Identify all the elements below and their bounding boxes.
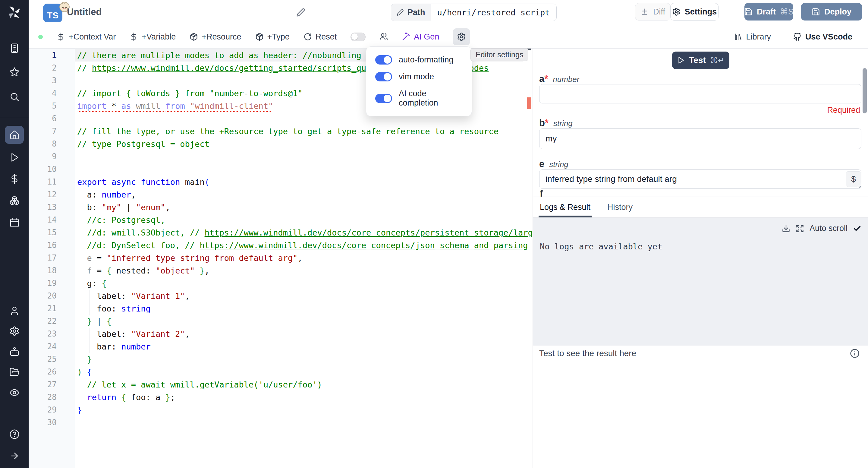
settings-button[interactable]: Settings <box>670 3 718 21</box>
sidebar-item-arrow-right[interactable] <box>0 447 29 465</box>
code-line: 14 //c: Postgresql, <box>29 213 532 226</box>
indent-guide <box>90 290 90 315</box>
arrow-right-icon <box>9 451 20 461</box>
refresh-icon <box>304 33 312 41</box>
line-number: 1 <box>29 51 75 60</box>
folder-open-icon <box>9 367 20 377</box>
setting-row: auto-formatting <box>375 55 463 64</box>
home-icon <box>9 130 20 140</box>
line-number: 11 <box>29 177 75 186</box>
sidebar-item-calendar[interactable] <box>0 213 29 232</box>
logs-empty-message: No logs are available yet <box>540 242 662 251</box>
sidebar-item-folder-open[interactable] <box>0 363 29 381</box>
add-resource-button[interactable]: +Resource <box>190 32 241 41</box>
toggle-switch[interactable] <box>375 55 392 64</box>
field-a-error: Required <box>827 106 860 115</box>
line-number: 28 <box>29 392 75 402</box>
use-vscode-button[interactable]: Use VScode <box>793 32 852 41</box>
line-number: 16 <box>29 241 75 250</box>
collaborators-icon[interactable] <box>379 33 388 41</box>
ai-gen-button[interactable]: AI Gen <box>402 32 439 41</box>
download-logs-icon[interactable] <box>782 224 790 233</box>
field-e-input[interactable] <box>539 170 861 189</box>
dollar-icon <box>9 174 20 184</box>
library-icon <box>734 33 742 41</box>
search-icon <box>9 92 20 102</box>
setting-row: AI code completion <box>375 89 463 108</box>
add-type-button[interactable]: +Type <box>255 32 290 41</box>
field-b-input[interactable] <box>539 128 861 149</box>
draft-button[interactable]: Draft ⌘S <box>744 3 793 21</box>
line-number: 22 <box>29 317 75 326</box>
line-number: 14 <box>29 215 75 224</box>
field-f-label: f <box>540 188 543 197</box>
diff-button[interactable]: Diff <box>635 3 671 21</box>
dollar-icon <box>57 33 65 41</box>
boxes-icon <box>9 196 20 206</box>
editor-toolbar: +Context Var +Variable +Resource +Type R… <box>29 25 868 49</box>
sidebar-item-play[interactable] <box>0 148 29 167</box>
auto-scroll-check-icon[interactable] <box>853 224 861 233</box>
path-field[interactable]: Path u/henri/restored_script <box>391 4 557 21</box>
line-number: 9 <box>29 152 75 161</box>
error-marker[interactable] <box>527 97 531 109</box>
result-panel: Test to see the result here <box>533 346 868 468</box>
code-line: 9 <box>29 150 532 163</box>
expand-logs-icon[interactable] <box>796 224 804 233</box>
sidebar-item-boxes[interactable] <box>0 191 29 210</box>
required-star: * <box>544 74 548 84</box>
windmill-logo-icon[interactable] <box>5 4 23 21</box>
info-icon[interactable] <box>850 349 860 358</box>
tab-history[interactable]: History <box>607 197 632 217</box>
sidebar-nav <box>0 0 29 468</box>
line-number: 5 <box>29 101 75 110</box>
sidebar-item-search[interactable] <box>0 87 29 106</box>
script-title: Untitled <box>67 7 101 18</box>
insert-variable-button[interactable]: $ <box>846 171 861 187</box>
sidebar-item-user[interactable] <box>0 301 29 320</box>
editor-settings-tooltip: Editor settings <box>470 48 528 61</box>
code-line: 7// fill the type, or use the +Resource … <box>29 125 532 138</box>
deploy-button[interactable]: Deploy <box>801 3 862 21</box>
code-line: 21 foo: string <box>29 302 532 315</box>
package-icon <box>190 33 198 41</box>
code-line: 10 <box>29 163 532 175</box>
collaboration-toggle[interactable] <box>350 33 366 41</box>
reset-button[interactable]: Reset <box>304 32 337 41</box>
code-line: 11export async function main( <box>29 175 532 188</box>
toggle-switch[interactable] <box>375 72 392 81</box>
draft-shortcut: ⌘S <box>780 7 794 17</box>
calendar-icon <box>9 217 20 228</box>
bot-icon <box>9 347 20 357</box>
tab-logs-result[interactable]: Logs & Result <box>540 197 590 217</box>
add-variable-button[interactable]: +Variable <box>130 32 176 41</box>
code-line: 19 g: { <box>29 277 532 290</box>
path-label: Path <box>391 4 431 21</box>
field-a-input[interactable] <box>539 84 861 104</box>
line-number: 25 <box>29 355 75 364</box>
diff-icon <box>641 7 649 16</box>
add-context-var-button[interactable]: +Context Var <box>57 32 116 41</box>
library-button[interactable]: Library <box>734 32 771 41</box>
indent-guide <box>80 189 80 404</box>
edit-title-pencil-icon[interactable] <box>296 8 305 17</box>
sidebar-item-star[interactable] <box>0 63 29 81</box>
path-value: u/henri/restored_script <box>431 4 557 21</box>
test-button[interactable]: Test ⌘↵ <box>672 52 730 69</box>
code-line: 20 label: "Variant 1", <box>29 290 532 302</box>
sidebar-item-home[interactable] <box>5 126 24 144</box>
editor-settings-gear-button[interactable] <box>453 28 470 45</box>
sidebar-item-building[interactable] <box>0 39 29 58</box>
field-a-label: a* number <box>539 74 579 84</box>
sidebar-item-gear[interactable] <box>0 322 29 341</box>
required-star: * <box>545 118 549 128</box>
toggle-switch[interactable] <box>375 94 392 103</box>
sidebar-item-help[interactable] <box>0 425 29 444</box>
code-line: 25 } <box>29 353 532 365</box>
sidebar-item-dollar[interactable] <box>0 170 29 188</box>
eye-icon <box>9 387 20 398</box>
panel-scrollbar[interactable] <box>863 68 867 113</box>
package-icon <box>255 33 264 41</box>
sidebar-item-eye[interactable] <box>0 383 29 402</box>
sidebar-item-bot[interactable] <box>0 342 29 361</box>
